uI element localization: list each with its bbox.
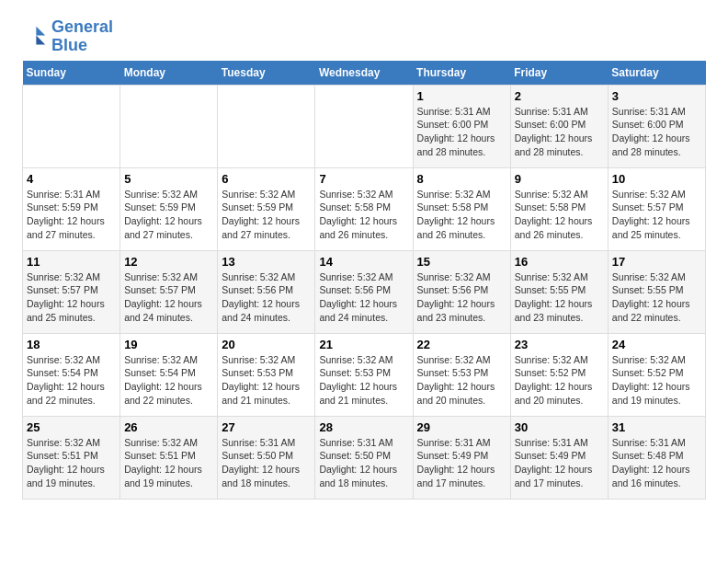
calendar-cell: 14Sunrise: 5:32 AM Sunset: 5:56 PM Dayli…	[315, 250, 413, 333]
day-number: 30	[515, 420, 604, 434]
calendar-cell: 4Sunrise: 5:31 AM Sunset: 5:59 PM Daylig…	[23, 167, 120, 250]
weekday-header: Wednesday	[315, 61, 413, 86]
day-info: Sunrise: 5:32 AM Sunset: 5:59 PM Dayligh…	[222, 188, 311, 242]
calendar-cell: 31Sunrise: 5:31 AM Sunset: 5:48 PM Dayli…	[608, 416, 705, 499]
calendar-cell	[218, 85, 315, 167]
day-info: Sunrise: 5:32 AM Sunset: 5:53 PM Dayligh…	[417, 353, 506, 408]
calendar-cell	[23, 85, 120, 167]
day-number: 22	[417, 338, 506, 351]
day-number: 31	[612, 420, 701, 434]
day-info: Sunrise: 5:31 AM Sunset: 5:50 PM Dayligh…	[319, 436, 408, 490]
day-info: Sunrise: 5:32 AM Sunset: 5:52 PM Dayligh…	[612, 353, 701, 408]
calendar-week-row: 18Sunrise: 5:32 AM Sunset: 5:54 PM Dayli…	[23, 333, 706, 416]
calendar-cell: 29Sunrise: 5:31 AM Sunset: 5:49 PM Dayli…	[413, 416, 510, 499]
day-info: Sunrise: 5:32 AM Sunset: 5:51 PM Dayligh…	[27, 436, 116, 490]
day-info: Sunrise: 5:31 AM Sunset: 5:49 PM Dayligh…	[417, 436, 506, 490]
day-info: Sunrise: 5:32 AM Sunset: 5:58 PM Dayligh…	[319, 188, 408, 242]
calendar-cell: 15Sunrise: 5:32 AM Sunset: 5:56 PM Dayli…	[413, 250, 510, 333]
day-number: 20	[222, 338, 311, 351]
calendar-cell: 9Sunrise: 5:32 AM Sunset: 5:58 PM Daylig…	[510, 167, 608, 250]
calendar-cell: 2Sunrise: 5:31 AM Sunset: 6:00 PM Daylig…	[510, 85, 608, 167]
day-info: Sunrise: 5:32 AM Sunset: 5:53 PM Dayligh…	[319, 353, 408, 408]
calendar-cell: 5Sunrise: 5:32 AM Sunset: 5:59 PM Daylig…	[120, 167, 218, 250]
day-info: Sunrise: 5:31 AM Sunset: 6:00 PM Dayligh…	[612, 105, 701, 159]
day-number: 4	[27, 172, 116, 186]
calendar-cell: 17Sunrise: 5:32 AM Sunset: 5:55 PM Dayli…	[608, 250, 705, 333]
day-number: 8	[417, 172, 506, 186]
day-number: 13	[222, 255, 311, 269]
calendar-cell: 8Sunrise: 5:32 AM Sunset: 5:58 PM Daylig…	[413, 167, 510, 250]
calendar-cell: 25Sunrise: 5:32 AM Sunset: 5:51 PM Dayli…	[23, 416, 120, 499]
day-info: Sunrise: 5:32 AM Sunset: 5:56 PM Dayligh…	[417, 270, 506, 325]
weekday-header: Monday	[120, 61, 218, 86]
day-number: 16	[515, 255, 604, 269]
day-info: Sunrise: 5:32 AM Sunset: 5:57 PM Dayligh…	[612, 188, 701, 242]
day-number: 21	[319, 338, 408, 351]
day-info: Sunrise: 5:32 AM Sunset: 5:55 PM Dayligh…	[515, 270, 604, 325]
calendar-cell: 19Sunrise: 5:32 AM Sunset: 5:54 PM Dayli…	[120, 333, 218, 416]
calendar-table: SundayMondayTuesdayWednesdayThursdayFrid…	[22, 61, 706, 500]
day-info: Sunrise: 5:32 AM Sunset: 5:56 PM Dayligh…	[222, 270, 311, 325]
calendar-cell: 10Sunrise: 5:32 AM Sunset: 5:57 PM Dayli…	[608, 167, 705, 250]
day-info: Sunrise: 5:31 AM Sunset: 5:49 PM Dayligh…	[515, 436, 604, 490]
calendar-cell: 18Sunrise: 5:32 AM Sunset: 5:54 PM Dayli…	[23, 333, 120, 416]
day-number: 29	[417, 420, 506, 434]
day-number: 18	[27, 338, 116, 351]
weekday-header: Tuesday	[218, 61, 315, 86]
calendar-cell	[315, 85, 413, 167]
calendar-week-row: 4Sunrise: 5:31 AM Sunset: 5:59 PM Daylig…	[23, 167, 706, 250]
calendar-cell: 6Sunrise: 5:32 AM Sunset: 5:59 PM Daylig…	[218, 167, 315, 250]
calendar-cell: 26Sunrise: 5:32 AM Sunset: 5:51 PM Dayli…	[120, 416, 218, 499]
day-number: 28	[319, 420, 408, 434]
calendar-cell: 23Sunrise: 5:32 AM Sunset: 5:52 PM Dayli…	[510, 333, 608, 416]
day-info: Sunrise: 5:32 AM Sunset: 5:54 PM Dayligh…	[27, 353, 116, 408]
weekday-header: Thursday	[413, 61, 510, 86]
calendar-cell: 30Sunrise: 5:31 AM Sunset: 5:49 PM Dayli…	[510, 416, 608, 499]
day-info: Sunrise: 5:32 AM Sunset: 5:53 PM Dayligh…	[222, 353, 311, 408]
logo-text: General Blue	[51, 18, 113, 55]
day-number: 27	[222, 420, 311, 434]
day-number: 24	[612, 338, 701, 351]
calendar-cell: 16Sunrise: 5:32 AM Sunset: 5:55 PM Dayli…	[510, 250, 608, 333]
svg-marker-1	[36, 27, 45, 36]
day-number: 19	[124, 338, 213, 351]
day-number: 15	[417, 255, 506, 269]
day-number: 17	[612, 255, 701, 269]
day-info: Sunrise: 5:32 AM Sunset: 5:56 PM Dayligh…	[319, 270, 408, 325]
day-number: 9	[515, 172, 604, 186]
calendar-cell: 11Sunrise: 5:32 AM Sunset: 5:57 PM Dayli…	[23, 250, 120, 333]
page-header: General Blue	[22, 18, 706, 55]
weekday-header: Sunday	[23, 61, 120, 86]
logo-icon	[22, 24, 48, 50]
day-info: Sunrise: 5:31 AM Sunset: 5:59 PM Dayligh…	[27, 188, 116, 242]
calendar-cell: 21Sunrise: 5:32 AM Sunset: 5:53 PM Dayli…	[315, 333, 413, 416]
day-info: Sunrise: 5:31 AM Sunset: 5:48 PM Dayligh…	[612, 436, 701, 490]
day-number: 6	[222, 172, 311, 186]
day-info: Sunrise: 5:32 AM Sunset: 5:52 PM Dayligh…	[515, 353, 604, 408]
calendar-cell: 28Sunrise: 5:31 AM Sunset: 5:50 PM Dayli…	[315, 416, 413, 499]
day-number: 1	[417, 89, 506, 103]
day-info: Sunrise: 5:32 AM Sunset: 5:57 PM Dayligh…	[27, 270, 116, 325]
calendar-week-row: 1Sunrise: 5:31 AM Sunset: 6:00 PM Daylig…	[23, 85, 706, 167]
day-info: Sunrise: 5:31 AM Sunset: 5:50 PM Dayligh…	[222, 436, 311, 490]
calendar-cell: 22Sunrise: 5:32 AM Sunset: 5:53 PM Dayli…	[413, 333, 510, 416]
day-number: 23	[515, 338, 604, 351]
calendar-cell: 12Sunrise: 5:32 AM Sunset: 5:57 PM Dayli…	[120, 250, 218, 333]
svg-rect-0	[22, 24, 48, 50]
day-info: Sunrise: 5:31 AM Sunset: 6:00 PM Dayligh…	[417, 105, 506, 159]
day-info: Sunrise: 5:32 AM Sunset: 5:58 PM Dayligh…	[515, 188, 604, 242]
calendar-week-row: 25Sunrise: 5:32 AM Sunset: 5:51 PM Dayli…	[23, 416, 706, 499]
day-number: 7	[319, 172, 408, 186]
svg-marker-2	[36, 35, 45, 44]
day-number: 12	[124, 255, 213, 269]
weekday-header: Friday	[510, 61, 608, 86]
day-number: 10	[612, 172, 701, 186]
day-number: 2	[515, 89, 604, 103]
calendar-cell: 7Sunrise: 5:32 AM Sunset: 5:58 PM Daylig…	[315, 167, 413, 250]
day-info: Sunrise: 5:32 AM Sunset: 5:57 PM Dayligh…	[124, 270, 213, 325]
calendar-cell: 20Sunrise: 5:32 AM Sunset: 5:53 PM Dayli…	[218, 333, 315, 416]
day-number: 11	[27, 255, 116, 269]
day-info: Sunrise: 5:32 AM Sunset: 5:55 PM Dayligh…	[612, 270, 701, 325]
calendar-header: SundayMondayTuesdayWednesdayThursdayFrid…	[23, 61, 706, 86]
calendar-week-row: 11Sunrise: 5:32 AM Sunset: 5:57 PM Dayli…	[23, 250, 706, 333]
